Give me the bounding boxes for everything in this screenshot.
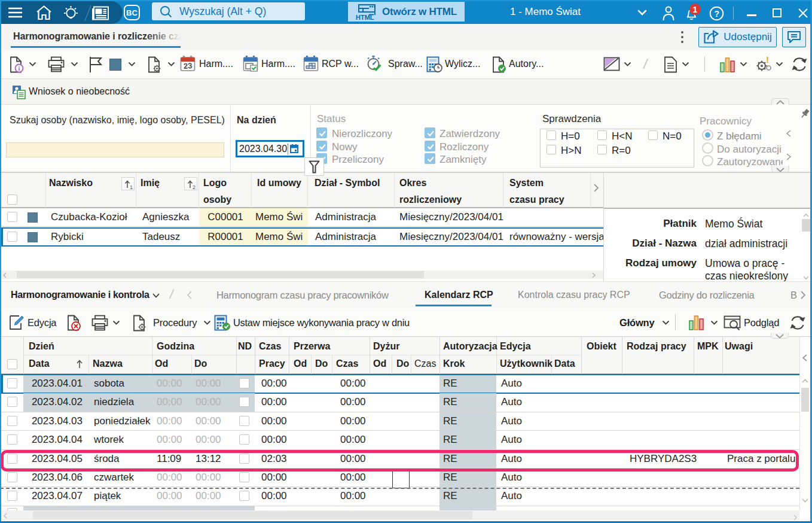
svg-text:HTML: HTML — [356, 14, 374, 20]
svg-text:2: 2 — [193, 184, 196, 190]
svg-text:1: 1 — [130, 184, 133, 190]
svg-text:i: i — [19, 65, 20, 72]
svg-text:!: ! — [766, 56, 769, 65]
svg-text:23: 23 — [183, 61, 192, 71]
svg-text:?: ? — [715, 9, 720, 19]
